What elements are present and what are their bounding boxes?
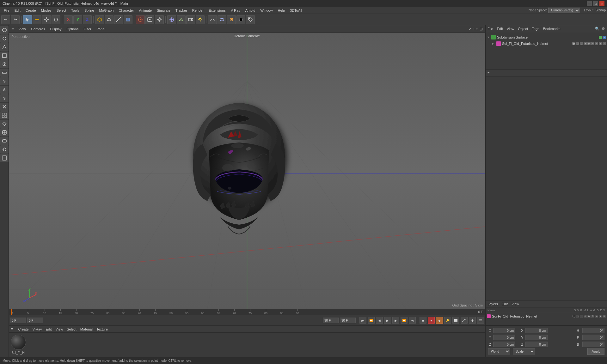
sub-dot-2[interactable]: ■ [603,36,606,39]
add-obj-btn[interactable] [167,15,176,24]
layer-icon-7[interactable]: ◆ [599,315,602,318]
light-btn[interactable] [196,15,205,24]
layers-view-menu[interactable]: View [512,302,519,306]
coord-b-val[interactable] [582,342,604,347]
keyframe-btn[interactable]: ◆ [436,317,443,324]
coord-x-rot[interactable] [525,328,548,333]
next-key-btn[interactable]: ⏩ [401,317,408,324]
maximize-btn[interactable]: □ [593,1,598,6]
obj-bookmarks-menu[interactable]: Bookmarks [543,27,560,31]
obj-settings-icon[interactable]: ⚙ [602,27,605,31]
record-btn[interactable]: ● [428,317,435,324]
hel-dot-4[interactable]: ◆ [584,42,587,45]
left-tool-11[interactable] [0,111,9,119]
apply-button[interactable]: Apply [587,348,604,355]
menu-item-file[interactable]: File [1,7,12,14]
left-tool-5[interactable] [0,60,9,68]
layer-icon-2[interactable]: □ [580,315,583,318]
effector-btn[interactable] [227,15,236,24]
mat-edit-menu[interactable]: Edit [46,327,52,331]
z-axis-btn[interactable]: Z [83,15,92,24]
menu-item-vray[interactable]: V-Ray [228,7,243,14]
coord-z-pos[interactable] [493,342,515,347]
obj-view-menu[interactable]: View [507,27,514,31]
stop-btn[interactable]: ■ [420,317,426,324]
viewport-panel-menu[interactable]: Panel [94,26,108,33]
material-btn[interactable] [236,15,245,24]
go-end-btn[interactable]: ⏭ [409,317,416,324]
menu-item-edit[interactable]: Edit [12,7,23,14]
next-frame-btn[interactable]: ▶ [392,317,399,324]
spline-btn[interactable] [208,15,217,24]
layers-edit-menu[interactable]: Edit [502,302,508,306]
hel-dot-7[interactable]: ⊞ [595,42,598,45]
layers-menu[interactable]: Layers [487,302,498,306]
menu-item-arnold[interactable]: Arnold [243,7,258,14]
render-settings-btn[interactable] [155,15,164,24]
layer-icon-6[interactable]: ◈ [595,315,598,318]
left-tool-13[interactable] [0,128,9,136]
mat-texture-menu[interactable]: Texture [96,327,108,331]
menu-item-mograph[interactable]: MoGraph [97,7,116,14]
motion-path-btn[interactable] [461,317,468,324]
tree-item-subdivision[interactable]: ▼ Subdivision Surface ✓ ■ [486,34,607,40]
layer-icon-3[interactable]: ⊕ [584,315,587,318]
viewport-cameras-menu[interactable]: Cameras [28,26,48,33]
undo-btn[interactable]: ↩ [1,15,10,24]
left-tool-8[interactable]: S [0,86,9,94]
viewport-menu-icon[interactable]: ≡ [11,27,14,32]
node-space-select[interactable]: Current (V-Ray) [548,8,580,13]
viewport-canvas[interactable]: Perspective Default Camera:* [9,33,485,309]
menu-item-select[interactable]: Select [54,7,69,14]
obj-edit-menu[interactable]: Edit [497,27,503,31]
camera-btn[interactable] [186,15,195,24]
obj-object-menu[interactable]: Object [518,27,528,31]
coord-h-val[interactable] [582,328,604,333]
layer-btn[interactable] [477,317,484,324]
viewport-view-menu[interactable]: View [16,26,28,33]
viewport-display-menu[interactable]: Display [47,26,64,33]
scale-tool-btn[interactable] [42,15,51,24]
close-btn[interactable]: ✕ [599,1,604,6]
coord-y-rot[interactable] [525,335,548,340]
deformer-btn[interactable] [218,15,226,24]
hel-dot-9[interactable]: ✕ [603,42,606,45]
autokey-btn[interactable]: 🔑 [444,317,451,324]
left-tool-14[interactable] [0,137,9,145]
layer-row-helmet[interactable]: Sci-Fi_Old_Futuristic_Helmet □ □ ⊕ ▶ ⊞ ◈… [486,313,607,319]
left-tool-7[interactable]: S [0,77,9,85]
left-tool-9[interactable]: S [0,94,9,102]
material-menu-icon[interactable]: ≡ [11,327,13,331]
object-mode-btn[interactable] [95,15,104,24]
coord-x-pos[interactable] [493,328,515,333]
mat-material-menu[interactable]: Material [80,327,93,331]
menu-item-extensions[interactable]: Extensions [206,7,228,14]
layer-icon-1[interactable]: □ [576,315,579,318]
menu-item-3dtoall[interactable]: 3DToAll [287,7,304,14]
menu-item-render[interactable]: Render [190,7,206,14]
hel-dot-2[interactable]: □ [576,42,579,45]
menu-item-simulate[interactable]: Simulate [154,7,173,14]
minimize-btn[interactable]: — [587,1,592,6]
timeline-view-btn[interactable] [452,317,459,324]
obj-file-menu[interactable]: File [487,27,493,31]
playback-settings-btn[interactable]: ⚙ [469,317,476,324]
move-tool-btn[interactable] [33,15,41,24]
layer-icon-8[interactable]: ✕ [603,315,606,318]
component-mode-btn[interactable] [105,15,113,24]
menu-item-spline[interactable]: Spline [82,7,97,14]
coord-y-pos[interactable] [493,335,515,340]
coord-p-val[interactable] [582,335,604,340]
layer-vis-dot[interactable] [572,315,575,318]
menu-item-tracker[interactable]: Tracker [173,7,190,14]
render-btn[interactable] [136,15,145,24]
left-tool-15[interactable] [0,145,9,154]
frame-start-input[interactable] [10,318,26,323]
select-model-btn[interactable] [23,15,32,24]
viewport-options-menu[interactable]: Options [64,26,81,33]
polygon-mode-btn[interactable] [124,15,132,24]
tree-item-helmet[interactable]: ▶ Sci_Fi_Old_Futuristic_Helmet ⬤ □ □ ◆ ▶… [486,40,607,47]
viewport-download-icon[interactable]: ↓ [473,27,475,31]
menu-item-character[interactable]: Character [116,7,136,14]
hel-dot-5[interactable]: ▶ [587,42,591,45]
